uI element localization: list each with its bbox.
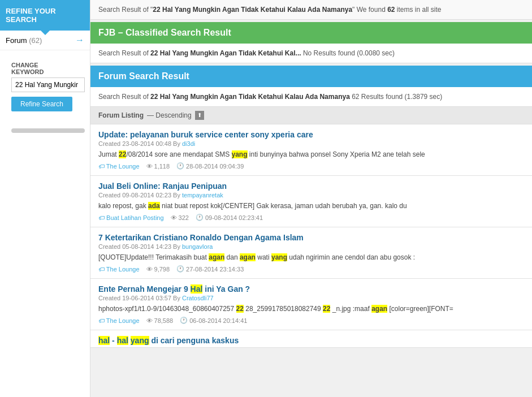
highlight-4a: 22 — [236, 305, 244, 313]
thread-views-1: 👁 1,118 — [146, 163, 170, 170]
fjb-header: FJB – Classified Search Result — [90, 22, 532, 44]
thread-date-4: 🕐 06-08-2014 20:14:41 — [180, 317, 247, 324]
thread-meta-2: Created 09-08-2014 02:23 By tempayanreta… — [98, 192, 524, 198]
thread-title-3[interactable]: 7 Ketertarikan Cristiano Ronaldo Dengan … — [98, 233, 304, 242]
search-keyword-top: 22 Hal Yang Mungkin Agan Tidak Ketahui K… — [153, 6, 352, 14]
thread-views-4: 👁 78,588 — [146, 317, 174, 324]
highlight-5c: yang — [131, 336, 149, 345]
thread-tag-2[interactable]: Buat Latihan Posting — [98, 214, 164, 221]
thread-tags-1: The Lounge 👁 1,118 🕐 28-08-2014 09:04:39 — [98, 162, 524, 170]
thread-excerpt-4: hphotos-xpf1/t1.0-9/10463048_60860407257… — [98, 304, 524, 314]
highlight-4b: 22 — [323, 305, 330, 313]
top-search-bar: Search Result of "22 Hal Yang Mungkin Ag… — [90, 0, 532, 20]
change-keyword-label: CHANGE KEYWORD — [6, 56, 84, 77]
thread-tags-2: Buat Latihan Posting 👁 322 🕐 09-08-2014 … — [98, 214, 524, 221]
thread-item: Jual Beli Online: Ranjau Penipuan Create… — [90, 176, 532, 227]
fjb-keyword: 22 Hal Yang Mungkin Agan Tidak Ketahui K… — [150, 49, 301, 57]
thread-item: 7 Ketertarikan Cristiano Ronaldo Dengan … — [90, 227, 532, 279]
forum-filter-label: Forum (62) — [6, 36, 42, 45]
change-keyword-section: CHANGE KEYWORD Refine Search — [0, 50, 90, 117]
main-content: Search Result of "22 Hal Yang Mungkin Ag… — [90, 0, 532, 397]
thread-meta-3: Created 05-08-2014 14:23 By bungavlora — [98, 243, 524, 250]
highlight-3b: agan — [240, 253, 256, 261]
forum-listing-bar: Forum Listing — Descending ⬆ — [90, 107, 532, 124]
forum-filter-arrow: → — [75, 35, 84, 45]
thread-title-1[interactable]: Update: pelayanan buruk service center s… — [98, 130, 313, 139]
fjb-result: Search Result of 22 Hal Yang Mungkin Aga… — [90, 44, 532, 63]
thread-title-2[interactable]: Jual Beli Online: Ranjau Penipuan — [98, 182, 227, 191]
thread-tags-3: The Lounge 👁 9,798 🕐 27-08-2014 23:14:33 — [98, 265, 524, 273]
thread-views-3: 👁 9,798 — [146, 266, 170, 273]
thread-item: hal - hal yang di cari penguna kaskus — [90, 330, 532, 348]
forum-search-header: Forum Search Result — [90, 66, 532, 87]
thread-tag-4[interactable]: The Lounge — [98, 317, 140, 324]
result-count-top: 62 — [387, 6, 395, 14]
highlight-3a: agan — [209, 253, 224, 261]
thread-tags-4: The Lounge 👁 78,588 🕐 06-08-2014 20:14:4… — [98, 317, 524, 324]
thread-excerpt-3: [QUOTE]Update!!! Terimakasih buat agan d… — [98, 252, 524, 262]
sort-icon[interactable]: ⬆ — [195, 111, 204, 120]
highlight-1a: 22 — [119, 150, 126, 158]
forum-result-info: Search Result of 22 Hal Yang Mungkin Aga… — [90, 87, 532, 107]
thread-item: Ente Pernah Mengejar 9 Hal ini Ya Gan ? … — [90, 279, 532, 330]
thread-tag-3[interactable]: The Lounge — [98, 266, 140, 273]
thread-title-5[interactable]: hal - hal yang di cari penguna kaskus — [98, 336, 239, 345]
thread-title-4[interactable]: Ente Pernah Mengejar 9 Hal ini Ya Gan ? — [98, 284, 250, 294]
thread-date-1: 🕐 28-08-2014 09:04:39 — [176, 162, 244, 170]
thread-meta-1: Created 23-08-2014 00:48 By di3di — [98, 140, 524, 147]
thread-date-2: 🕐 09-08-2014 02:23:41 — [196, 214, 263, 221]
thread-author-4[interactable]: Cratosdli77 — [182, 295, 214, 301]
thread-author-1[interactable]: di3di — [182, 140, 195, 147]
highlight-4c: agan — [371, 305, 387, 313]
thread-excerpt-2: kalo repost, gak ada niat buat repost ko… — [98, 201, 524, 211]
highlight-4-title: Hal — [191, 284, 203, 294]
forum-listing-label: Forum Listing — [98, 111, 144, 119]
thread-author-2[interactable]: tempayanretak — [182, 192, 223, 198]
thread-tag-1[interactable]: The Lounge — [98, 163, 140, 170]
refine-search-button[interactable]: Refine Search — [11, 97, 72, 111]
forum-keyword: 22 Hal Yang Mungkin Agan Tidak Ketahui K… — [150, 93, 350, 101]
thread-item: Update: pelayanan buruk service center s… — [90, 124, 532, 176]
thread-date-3: 🕐 27-08-2014 23:14:33 — [176, 265, 244, 273]
refine-search-header: REFINE YOUR SEARCH — [0, 0, 90, 31]
highlight-1b: yang — [232, 150, 248, 158]
thread-meta-4: Created 19-06-2014 03:57 By Cratosdli77 — [98, 295, 524, 301]
highlight-5a: hal — [98, 336, 110, 345]
keyword-input[interactable] — [11, 77, 85, 92]
highlight-3c: yang — [271, 253, 287, 261]
highlight-2a: ada — [148, 202, 160, 210]
thread-author-3[interactable]: bungavlora — [182, 243, 213, 250]
thread-views-2: 👁 322 — [171, 214, 189, 221]
highlight-5b: hal — [117, 336, 128, 345]
sidebar-scrollbar[interactable] — [11, 128, 85, 133]
thread-excerpt-1: Jumat 22/08/2014 sore ane mendapat SMS y… — [98, 149, 524, 159]
